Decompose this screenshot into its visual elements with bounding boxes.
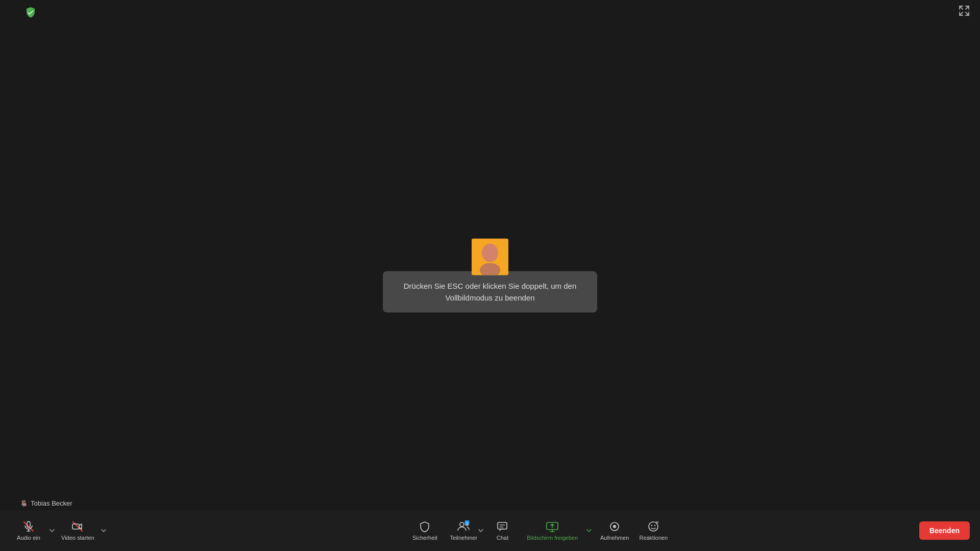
- chat-label: Chat: [497, 535, 508, 541]
- svg-point-1: [482, 244, 498, 262]
- participant-name-label: Tobias Becker: [20, 499, 72, 507]
- fullscreen-tooltip: Drücken Sie ESC oder klicken Sie doppelt…: [383, 271, 597, 313]
- participants-label: Teilnehmer: [450, 535, 477, 541]
- mic-off-icon-small: [20, 500, 28, 507]
- video-group: Video starten: [57, 513, 109, 548]
- reactions-label: Reaktionen: [639, 535, 668, 541]
- participants-wrap: 1 Teilnehmer: [445, 513, 482, 548]
- share-screen-label: Bildschirm freigeben: [527, 535, 578, 541]
- share-screen-button[interactable]: Bildschirm freigeben: [523, 513, 582, 548]
- svg-point-12: [460, 522, 464, 527]
- end-button[interactable]: Beenden: [919, 521, 970, 540]
- svg-point-24: [649, 522, 658, 531]
- share-screen-icon: [546, 520, 559, 533]
- participants-caret[interactable]: [476, 513, 486, 548]
- video-label: Video starten: [61, 535, 94, 541]
- reactions-button[interactable]: Reaktionen: [635, 513, 672, 548]
- audio-group: Audio ein: [10, 513, 57, 548]
- participant-avatar-face: [472, 239, 508, 276]
- shield-icon: [419, 520, 431, 533]
- svg-text:1: 1: [466, 521, 468, 525]
- center-area: Drücken Sie ESC oder klicken Sie doppelt…: [383, 239, 597, 313]
- audio-button[interactable]: Audio ein: [10, 513, 47, 548]
- chat-icon: [496, 520, 508, 533]
- participants-icon: 1: [457, 520, 470, 533]
- share-screen-caret[interactable]: [584, 513, 594, 548]
- svg-rect-16: [498, 522, 507, 529]
- fullscreen-message: Drücken Sie ESC oder klicken Sie doppelt…: [399, 281, 581, 304]
- participant-name: Tobias Becker: [31, 499, 72, 507]
- record-icon: [608, 520, 621, 533]
- record-button[interactable]: Aufnehmen: [596, 513, 633, 548]
- svg-point-25: [651, 525, 652, 526]
- exit-fullscreen-button[interactable]: [959, 5, 970, 16]
- audio-label: Audio ein: [17, 535, 40, 541]
- video-icon: [71, 520, 84, 533]
- toolbar: Audio ein Video starten: [0, 510, 980, 551]
- svg-point-23: [613, 525, 616, 528]
- security-button[interactable]: Sicherheit: [406, 513, 443, 548]
- security-badge: [24, 6, 37, 18]
- video-button[interactable]: Video starten: [57, 513, 99, 548]
- mic-icon: [22, 520, 35, 533]
- video-caret[interactable]: [99, 513, 109, 548]
- chat-button[interactable]: Chat: [484, 513, 521, 548]
- audio-caret[interactable]: [47, 513, 57, 548]
- toolbar-center: Sicherheit 1 Teilnehmer: [109, 513, 970, 548]
- svg-line-10: [73, 522, 82, 531]
- security-label: Sicherheit: [412, 535, 437, 541]
- record-label: Aufnehmen: [600, 535, 629, 541]
- svg-point-26: [654, 525, 655, 526]
- participant-avatar: [472, 239, 508, 276]
- reactions-icon: [647, 520, 659, 533]
